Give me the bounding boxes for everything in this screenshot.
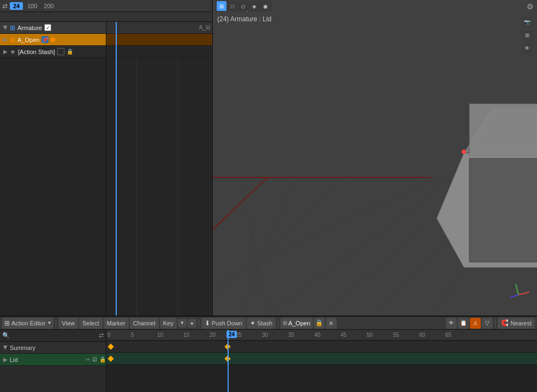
bottom-channel-labels: 🔍 ⇄ ▶ Summary ▶ Lid ✂ ☑ 🔒	[0, 330, 106, 392]
stash-lock-icon: 🔒	[67, 49, 73, 55]
snap-icon: 🧲	[501, 319, 509, 326]
search-input[interactable]	[12, 332, 97, 339]
viewport-select2-btn[interactable]: ◈	[249, 1, 259, 11]
left-panel: ⇄ 24 100 200 0 100 200	[0, 0, 213, 316]
bottom-right-toolbar: 👁 📋 ⚠ ▽ 🧲 Nearest	[446, 318, 535, 329]
viewport[interactable]: ⊞ □ ◇ ◈ ◉ ⚙ User Perspective (24) Armatu…	[213, 0, 537, 316]
viewport-box-btn[interactable]: □	[228, 1, 237, 11]
action-name-display[interactable]: A_Open	[288, 320, 310, 326]
select-menu-btn[interactable]: Select	[79, 318, 103, 329]
top-section: ⇄ 24 100 200 0 100 200	[0, 0, 537, 316]
filter-down-btn[interactable]: ▼	[178, 319, 187, 328]
stash-checkbox[interactable]	[57, 48, 64, 55]
dopesheet-labels: ▶ ⊞ Armature ✓ ▶ ⊞ A_Open 📌	[0, 22, 106, 316]
push-down-label: Push Down	[212, 320, 242, 326]
stash-btn[interactable]: ✦ Stash	[247, 318, 276, 329]
id-label: A_Id	[199, 22, 212, 33]
viewport-right-icons: 📷 ⊞ 👁	[522, 16, 533, 54]
stash-icon: ★	[10, 48, 16, 56]
lid-keyframe-0	[108, 355, 114, 361]
dopesheet-content: ▶ ⊞ Armature ✓ ▶ ⊞ A_Open 📌	[0, 22, 212, 316]
editor-type-icon: ⊞	[4, 319, 10, 327]
action-close-btn[interactable]: ×	[326, 318, 337, 329]
bottom-channel-summary[interactable]: ▶ Summary	[0, 342, 106, 354]
key-menu-btn[interactable]: Key	[160, 318, 177, 329]
armature-expand-icon[interactable]: ▶	[3, 26, 9, 30]
editor-type-chevron: ▼	[47, 320, 51, 325]
action-expand-icon[interactable]: ▶	[3, 37, 8, 43]
ruler-tick-5: 5	[131, 332, 134, 338]
filter-funnel-btn[interactable]: ▽	[482, 318, 493, 329]
viewport-mode-btn[interactable]: ⊞	[217, 1, 226, 11]
action-pin-icon[interactable]: 📌	[41, 36, 49, 43]
snap-btn[interactable]: 🧲 Nearest	[498, 318, 535, 329]
action-slot-icon: ⊞	[283, 320, 287, 326]
marker-menu-btn[interactable]: Marker	[104, 318, 129, 329]
viewport-gear-btn[interactable]: ⚙	[527, 2, 534, 11]
lid-icons: ✂	[86, 357, 90, 363]
track-playhead	[116, 22, 117, 316]
summary-keyframe-0	[108, 343, 114, 349]
channel-row-action[interactable]: ▶ ⊞ A_Open 📌	[0, 34, 106, 46]
ruler-tick-45: 45	[341, 332, 347, 338]
separator-2	[199, 319, 199, 328]
svg-line-6	[240, 175, 267, 316]
svg-line-35	[518, 292, 529, 295]
stash-row-left: ▶ ★ [Action Stash] 🔒	[0, 48, 106, 56]
snap-label: Nearest	[510, 320, 532, 326]
filter-down-icon: ▼	[180, 320, 184, 325]
stash-expand-icon[interactable]: ▶	[3, 49, 8, 55]
bottom-ruler: 0 5 10 15 20 25 30 35 40 45 50 55 60 65 …	[106, 330, 537, 341]
ruler-tick-20: 20	[210, 332, 216, 338]
view-menu-btn[interactable]: View	[58, 318, 78, 329]
frame-100: 100	[25, 3, 39, 9]
viewport-toolbar: ⊞ □ ◇ ◈ ◉ ⚙	[213, 0, 537, 12]
editor-type-dropdown[interactable]: ⊞ Action Editor ▼	[2, 318, 53, 329]
viewport-brush-btn[interactable]: ◉	[260, 1, 270, 11]
svg-line-3	[213, 175, 442, 284]
action-name: A_Open	[17, 37, 39, 43]
summary-expand-icon[interactable]: ▶	[3, 346, 9, 350]
armature-checkbox[interactable]: ✓	[44, 24, 51, 31]
filter-up-btn[interactable]: ▲	[188, 319, 196, 328]
timeline-ruler: 0 100 200	[0, 12, 212, 22]
viewport-object-label: (24) Armature : Lid	[217, 15, 271, 23]
viewport-select-btn[interactable]: ◇	[238, 1, 248, 11]
swap-icon: ⇄	[2, 2, 8, 10]
channel-row-armature[interactable]: ▶ ⊞ Armature ✓	[0, 22, 106, 34]
bottom-ruler-playhead	[228, 330, 229, 340]
filter-copy-btn[interactable]: 📋	[458, 318, 469, 329]
push-down-btn[interactable]: ⬇ Push Down	[201, 318, 246, 329]
action-new-btn[interactable]: 🔒	[314, 318, 325, 329]
action-slot: ⊞ A_Open	[281, 318, 312, 329]
viewport-cam-btn[interactable]: 📷	[522, 16, 533, 27]
ruler-tick-55: 55	[393, 332, 399, 338]
stash-icon: ✦	[250, 319, 255, 327]
svg-marker-17	[469, 104, 537, 156]
bottom-channel-lid[interactable]: ▶ Lid ✂ ☑ 🔒	[0, 354, 106, 366]
bottom-lid-track	[106, 353, 537, 365]
gear-icon: ⚙	[527, 2, 534, 11]
separator-1	[56, 319, 56, 328]
svg-line-2	[267, 175, 458, 316]
filter-visibility-btn[interactable]: 👁	[446, 318, 457, 329]
ruler-tick-60: 60	[419, 332, 425, 338]
bottom-timeline: 🔍 ⇄ ▶ Summary ▶ Lid ✂ ☑ 🔒	[0, 330, 537, 392]
current-frame-display[interactable]: 24	[10, 2, 23, 10]
ruler-tick-15: 15	[183, 332, 189, 338]
lid-expand-icon[interactable]: ▶	[3, 357, 8, 363]
warning-btn[interactable]: ⚠	[470, 318, 481, 329]
viewport-view-btn[interactable]: 👁	[522, 43, 533, 54]
separator-3	[278, 319, 278, 328]
frame-200: 200	[41, 3, 56, 9]
bottom-tracks-playhead	[228, 341, 229, 392]
svg-line-8	[213, 175, 349, 300]
svg-line-36	[516, 284, 518, 295]
viewport-grid-btn[interactable]: ⊞	[522, 29, 533, 40]
armature-icon: ⊞	[10, 24, 15, 32]
channel-row-stash[interactable]: ▶ ★ [Action Stash] 🔒	[0, 46, 106, 58]
svg-line-10	[213, 177, 267, 229]
grid-line-100	[136, 58, 137, 316]
bottom-toolbar: ⊞ Action Editor ▼ View Select Marker Cha…	[0, 317, 537, 330]
channel-menu-btn[interactable]: Channel	[130, 318, 159, 329]
